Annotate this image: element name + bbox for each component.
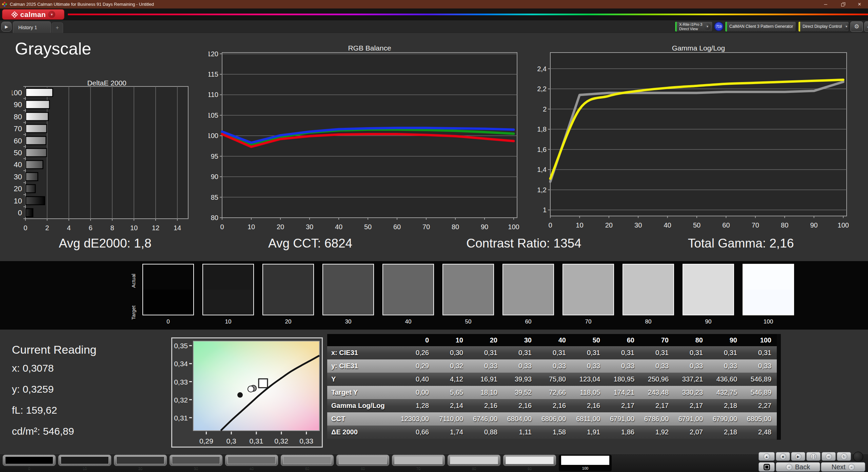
close-button[interactable]: ✕: [851, 0, 868, 8]
chevron-down-icon: ▼: [794, 23, 796, 30]
restore-button[interactable]: [834, 0, 851, 8]
calman-menu-button[interactable]: calman ▼: [2, 9, 64, 20]
table-row-label: Gamma Log/Log: [327, 399, 400, 412]
pattern-level-label: 50: [281, 466, 334, 470]
display-control-dropdown[interactable]: Direct Display Control ▼: [798, 21, 849, 32]
grayscale-swatch: 20: [262, 264, 314, 325]
stop-button[interactable]: ■: [776, 452, 790, 461]
svg-text:1,8: 1,8: [537, 125, 547, 133]
collapse-panel-button[interactable]: ◀: [864, 21, 868, 32]
pattern-level-button[interactable]: 70: [392, 455, 445, 471]
svg-text:2: 2: [45, 224, 49, 232]
svg-text:115: 115: [209, 71, 218, 78]
swatch-level-label: 30: [322, 318, 374, 325]
loop-button[interactable]: ↻: [837, 452, 851, 461]
svg-text:2,4: 2,4: [537, 65, 547, 73]
table-cell: 0,31: [503, 346, 537, 359]
next-arrow-icon: »: [848, 464, 855, 470]
table-cell: 0,31: [537, 346, 571, 359]
table-cell: 2,14: [434, 399, 469, 412]
table-column-header: 20: [469, 334, 503, 346]
meter-dropdown[interactable]: X-Rite i1Pro 3 Direct View ▼: [675, 21, 713, 32]
table-cell: 5,65: [434, 386, 469, 399]
table-cell: 39,93: [503, 373, 537, 386]
add-tab-button[interactable]: +: [52, 22, 63, 33]
pattern-level-button[interactable]: 60: [336, 455, 389, 471]
table-cell: 0,33: [606, 359, 640, 373]
minimize-button[interactable]: ─: [817, 0, 834, 8]
table-cell: 6746,00: [469, 412, 503, 426]
source-dropdown[interactable]: CalMAN Client 3 Pattern Generator ▼: [725, 21, 796, 32]
table-row-label: CCT: [327, 412, 400, 426]
table-cell: 0,33: [503, 359, 537, 373]
svg-text:1,6: 1,6: [537, 146, 547, 153]
svg-text:30: 30: [14, 173, 22, 181]
back-button[interactable]: « Back: [776, 462, 820, 472]
tab-history-1[interactable]: History 1: [13, 21, 51, 33]
page-title: Grayscale: [15, 39, 91, 59]
settings-button[interactable]: ⚙: [850, 21, 863, 32]
table-cell: 118,05: [571, 386, 606, 399]
expand-patterns-button[interactable]: ▲: [758, 452, 775, 461]
pattern-level-label: 30: [170, 466, 222, 470]
back-button-label: Back: [795, 463, 810, 471]
pattern-level-button[interactable]: 10: [58, 455, 111, 471]
svg-text:1,4: 1,4: [537, 166, 547, 173]
pattern-level-button[interactable]: 30: [170, 455, 222, 471]
table-column-header: 0: [400, 334, 434, 346]
table-row: Gamma Log/Log1,282,142,162,162,162,162,1…: [327, 399, 777, 412]
window-pattern-button[interactable]: [758, 462, 775, 472]
table-cell: 0,31: [606, 346, 640, 359]
swatch-level-label: 10: [202, 318, 254, 325]
table-cell: 0,31: [674, 346, 708, 359]
table-cell: 0,00: [400, 386, 434, 399]
play-button[interactable]: ▶: [791, 452, 805, 461]
table-cell: 39,52: [503, 386, 537, 399]
restore-icon: [841, 3, 844, 6]
svg-text:0,3: 0,3: [226, 437, 236, 445]
grayscale-swatch: 100: [743, 264, 794, 325]
pattern-level-button[interactable]: 20: [114, 455, 167, 471]
table-row-label: y: CIE31: [327, 359, 400, 373]
table-row-label: x: CIE31: [327, 346, 400, 359]
next-button[interactable]: Next »: [821, 462, 865, 472]
cie-xy-chart: 0,310,320,330,340,350,290,30,310,320,33: [172, 338, 322, 447]
table-cell: 0,33: [640, 359, 674, 373]
table-cell: 0,32: [434, 359, 469, 373]
table-cell: 432,75: [708, 386, 743, 399]
swatch-level-label: 70: [563, 318, 614, 325]
range-button[interactable]: [·]: [806, 452, 821, 461]
svg-text:20: 20: [14, 184, 22, 193]
deltae-bar-chart: 024681012141009080706050403020100: [12, 83, 190, 232]
table-cell: 2,16: [503, 399, 537, 412]
pattern-level-button[interactable]: 0: [3, 455, 56, 471]
pattern-level-button[interactable]: 80: [448, 455, 500, 471]
pattern-level-label: 40: [225, 466, 278, 470]
svg-text:0,33: 0,33: [174, 378, 188, 386]
pattern-level-button[interactable]: 100: [559, 455, 612, 471]
pattern-button-row: 0102030405060708090100: [3, 455, 612, 471]
session-play-button[interactable]: ▶: [1, 22, 12, 32]
svg-text:1,2: 1,2: [537, 186, 547, 194]
gear-icon: ⚙: [854, 23, 859, 30]
table-cell: 0,33: [708, 359, 743, 373]
rgb-chart-title: RGB Balance: [222, 44, 517, 52]
swatch-level-label: 20: [262, 318, 314, 325]
svg-text:60: 60: [393, 223, 401, 231]
continuous-button[interactable]: ∞: [822, 452, 836, 461]
svg-text:20: 20: [605, 221, 613, 229]
table-cell: 18,10: [469, 386, 503, 399]
table-cell: 0,31: [743, 346, 777, 359]
main-content: Grayscale DeltaE 2000 024681012141009080…: [0, 33, 868, 454]
table-cell: 0,66: [400, 426, 434, 439]
swatch-level-label: 0: [142, 318, 194, 325]
table-scroll-track[interactable]: [777, 334, 781, 440]
window-pattern-icon: [764, 464, 770, 470]
grayscale-swatch: 70: [563, 264, 614, 325]
svg-text:30: 30: [306, 223, 313, 231]
svg-text:120: 120: [209, 52, 218, 58]
pattern-level-button[interactable]: 90: [503, 455, 556, 471]
pattern-level-button[interactable]: 50: [281, 455, 334, 471]
pattern-level-button[interactable]: 40: [225, 455, 278, 471]
table-row: Y0,404,1216,9139,9375,80123,04180,95250,…: [327, 373, 777, 386]
